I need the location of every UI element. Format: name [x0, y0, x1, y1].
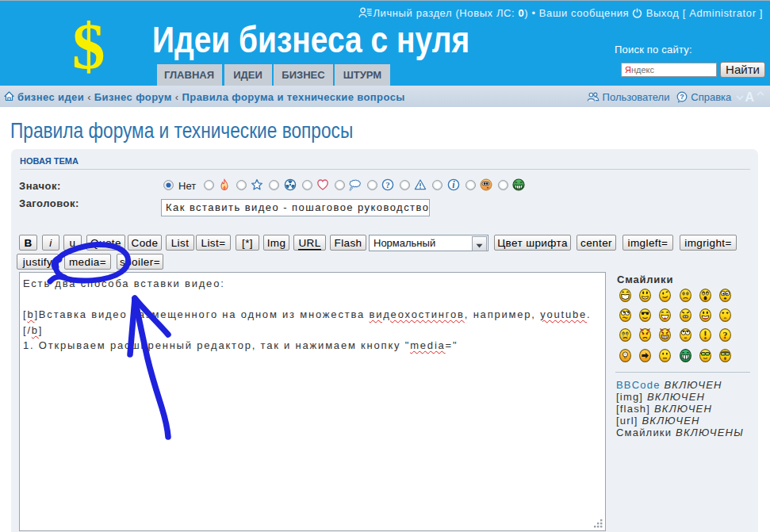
- svg-text:?: ?: [680, 93, 684, 101]
- svg-text:A: A: [745, 90, 755, 104]
- svg-text:?: ?: [385, 180, 390, 189]
- svg-text:?: ?: [723, 330, 728, 341]
